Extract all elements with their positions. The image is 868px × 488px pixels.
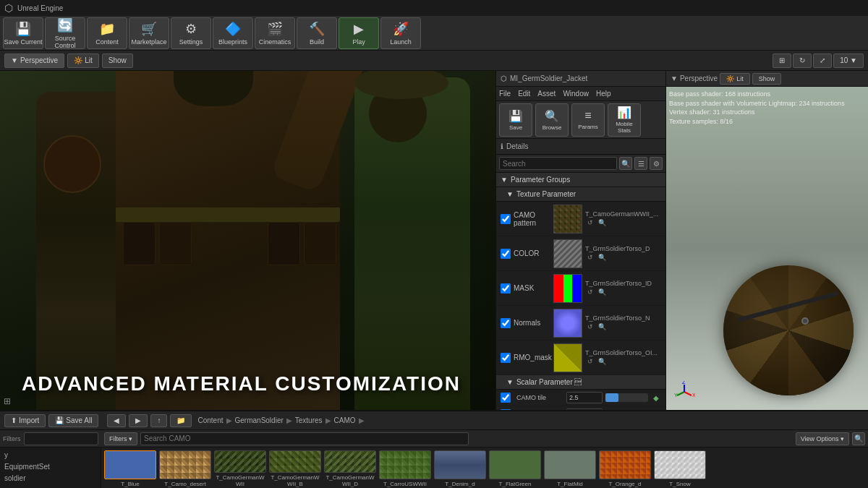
breadcrumb-germansoldier[interactable]: GermanSoldier — [235, 416, 284, 424]
breadcrumb-camo[interactable]: CAMO — [334, 416, 356, 424]
right-show-button[interactable]: Show — [752, 73, 782, 85]
details-search-input[interactable] — [499, 157, 617, 170]
tree-item-equipment[interactable]: EquipmentSet — [0, 461, 101, 472]
camo-pattern-texture[interactable] — [553, 205, 582, 234]
mat-mobile-stats-button[interactable]: 📊 Mobile Stats — [608, 103, 641, 137]
tree-item-a[interactable]: a — [0, 484, 101, 488]
browser-icon-button[interactable]: 📁 — [170, 414, 192, 427]
reset-icon[interactable]: ↺ — [585, 356, 595, 367]
menu-window[interactable]: Window — [563, 90, 589, 98]
marketplace-button[interactable]: 🛒 Marketplace — [129, 17, 169, 49]
thumbnail-t-flat-mid[interactable]: T_FlatMid — [544, 450, 596, 488]
thumb-label-t-blue: T_Blue — [121, 481, 139, 488]
right-viewport-titlebar: ▼ Perspective 🔆 Lit Show — [666, 71, 868, 87]
rmo-mask-texture[interactable] — [553, 343, 582, 372]
settings-button[interactable]: ⚙ Settings — [171, 17, 211, 49]
browse-icon[interactable]: 🔍 — [597, 252, 607, 262]
tree-search-input[interactable] — [24, 432, 99, 445]
grid-snap-button[interactable]: ⊞ — [773, 53, 791, 68]
rmo-texture-name: T_GrmSoldierTorso_OI... — [585, 349, 661, 356]
filters-button[interactable]: Filters ▾ — [104, 432, 137, 445]
thumbnail-t-snow[interactable]: T_Snow — [654, 450, 706, 488]
save-current-button[interactable]: 💾 Save Current — [3, 17, 43, 49]
view-options-button[interactable]: View Options ▾ — [796, 432, 849, 445]
mask-checkbox[interactable] — [501, 283, 511, 294]
tree-item-y[interactable]: y — [0, 449, 101, 461]
rough-power-input[interactable] — [566, 408, 603, 410]
scalar-parameter-header[interactable]: ▼ Scalar Parameter  — [496, 375, 665, 390]
thumbnail-t-camo-german[interactable]: T_CamoGermanWWII — [214, 450, 266, 488]
reset-icon[interactable]: ↺ — [585, 322, 595, 332]
material-titlebar: ⬡ MI_GermSoldier_Jacket — [496, 71, 665, 87]
camo-pattern-checkbox[interactable] — [501, 214, 511, 224]
thumbnail-t-flat-green[interactable]: T_FlatGreen — [489, 450, 541, 488]
nav-forward-button[interactable]: ▶ — [129, 414, 148, 427]
color-texture[interactable] — [553, 239, 582, 268]
color-checkbox[interactable] — [501, 249, 511, 259]
rough-power-checkbox[interactable] — [501, 409, 511, 410]
tree-item-soldier[interactable]: soldier — [0, 472, 101, 484]
shader-info-line-2: Base pass shader with Volumetric Lightma… — [669, 99, 845, 108]
menu-help[interactable]: Help — [596, 90, 611, 98]
thumbnail-t-camo-desert[interactable]: T_Camo_desert — [159, 450, 211, 488]
cinematics-button[interactable]: 🎬 Cinematics — [255, 17, 295, 49]
menu-file[interactable]: File — [499, 90, 511, 98]
thumbnail-t-camo-german-b[interactable]: T_CamoGermanWWII_B — [269, 450, 321, 488]
rmo-mask-checkbox[interactable] — [501, 353, 511, 363]
mat-params-button[interactable]: ≡ Params — [571, 103, 605, 137]
build-button[interactable]: 🔨 Build — [297, 17, 337, 49]
list-view-button[interactable]: ☰ — [634, 157, 647, 170]
rotation-snap-button[interactable]: ↻ — [793, 53, 812, 68]
thumbnail-t-camo-german-d[interactable]: T_CamoGermanWWII_D — [324, 450, 376, 488]
import-button[interactable]: ⬆ Import — [4, 414, 46, 427]
right-lit-button[interactable]: 🔆 Lit — [720, 73, 750, 85]
reset-icon[interactable]: ↺ — [585, 252, 595, 262]
content-button[interactable]: 📁 Content — [87, 17, 127, 49]
cam-speed-button[interactable]: 10 ▼ — [833, 53, 864, 68]
thumbnail-t-blue[interactable]: T_Blue — [104, 450, 156, 488]
mat-browse-button[interactable]: 🔍 Browse — [535, 103, 569, 137]
normals-checkbox[interactable] — [501, 318, 511, 328]
thumbnail-t-carro-us[interactable]: T_CarroUSWWII — [379, 450, 431, 488]
menu-edit[interactable]: Edit — [518, 90, 530, 98]
source-control-button[interactable]: 🔄 Source Control — [45, 17, 85, 49]
settings-button[interactable]: ⚙ — [650, 157, 663, 170]
reset-icon[interactable]: ↺ — [585, 287, 595, 297]
camo-tile-checkbox[interactable] — [501, 393, 511, 403]
perspective-button[interactable]: ▼ Perspective — [4, 53, 64, 68]
breadcrumb-content[interactable]: Content — [197, 416, 223, 424]
save-all-button[interactable]: 💾 Save All — [48, 414, 98, 427]
camo-tile-slider[interactable] — [605, 393, 648, 402]
browse-icon[interactable]: 🔍 — [597, 218, 607, 228]
shader-info-line-1: Base pass shader: 168 instructions — [669, 90, 845, 99]
lit-button[interactable]: 🔆 Lit — [67, 53, 99, 68]
normals-texture[interactable] — [553, 309, 582, 338]
parameter-groups-header[interactable]: ▼ Parameter Groups — [496, 173, 665, 187]
scale-snap-button[interactable]: ⤢ — [813, 53, 832, 68]
search-button[interactable]: 🔍 — [619, 157, 632, 170]
camo-tile-indicator: ◆ — [651, 393, 661, 403]
nav-up-button[interactable]: ↑ — [150, 414, 167, 427]
camo-search-input[interactable] — [140, 432, 469, 445]
build-icon: 🔨 — [309, 21, 325, 37]
breadcrumb-textures[interactable]: Textures — [295, 416, 323, 424]
reset-icon[interactable]: ↺ — [585, 218, 595, 228]
thumbnail-t-denim[interactable]: T_Denim_d — [434, 450, 486, 488]
show-button[interactable]: Show — [102, 53, 133, 68]
viewport-icon: ⊞ — [4, 396, 11, 406]
browse-icon[interactable]: 🔍 — [597, 322, 607, 332]
launch-button[interactable]: 🚀 Launch — [380, 17, 421, 49]
nav-back-button[interactable]: ◀ — [107, 414, 126, 427]
thumbnail-search-button[interactable]: 🔍 — [852, 432, 865, 445]
play-button[interactable]: ▶ Play — [339, 17, 379, 49]
mat-save-button[interactable]: 💾 Save — [499, 103, 532, 137]
thumbnail-t-orange[interactable]: T_Orange_d — [599, 450, 651, 488]
blueprints-button[interactable]: 🔷 Blueprints — [213, 17, 253, 49]
texture-parameter-header[interactable]: ▼ Texture Parameter — [496, 187, 665, 202]
browse-icon[interactable]: 🔍 — [597, 287, 607, 297]
browse-icon[interactable]: 🔍 — [597, 356, 607, 367]
camo-tile-input[interactable] — [566, 392, 603, 403]
thumb-img-t-camo-german — [214, 450, 266, 473]
menu-asset[interactable]: Asset — [537, 90, 556, 98]
mask-texture[interactable] — [553, 274, 582, 303]
